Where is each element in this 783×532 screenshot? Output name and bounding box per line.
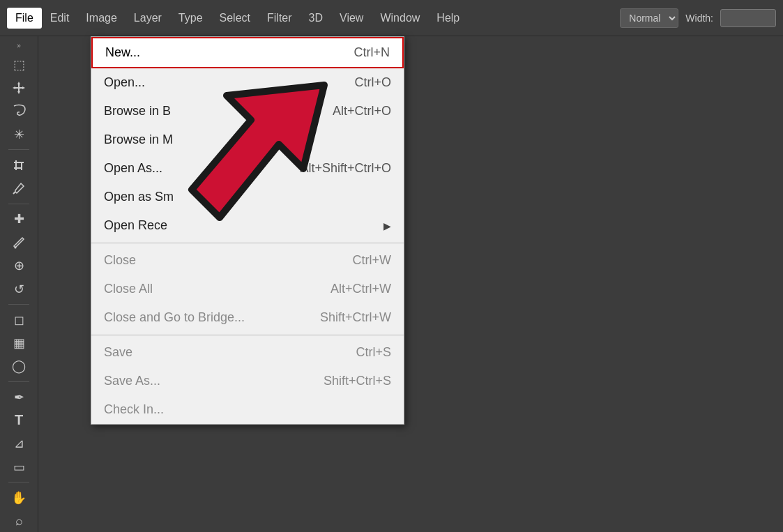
pen-tool-icon[interactable]: ✒ <box>6 386 31 408</box>
lasso-tool-icon[interactable] <box>6 100 31 122</box>
menubar: File Edit Image Layer Type Select Filter… <box>0 0 783 36</box>
toolbar-sep-3 <box>8 304 29 305</box>
mode-select[interactable]: Normal <box>620 8 678 28</box>
menu-sep-1 <box>91 243 404 243</box>
eyedropper-icon[interactable] <box>6 178 31 199</box>
menu-view[interactable]: View <box>331 8 372 29</box>
menu-window[interactable]: Window <box>372 8 428 29</box>
menu-layer[interactable]: Layer <box>126 8 170 29</box>
toolbar-sep-2 <box>8 204 29 204</box>
menu-item-browse-mini[interactable]: Browse in M <box>91 126 404 154</box>
type-tool-icon[interactable]: T <box>6 409 31 431</box>
zoom-tool-icon[interactable]: ⌕ <box>6 510 31 532</box>
crop-tool-icon[interactable] <box>6 154 31 176</box>
menu-item-open[interactable]: Open... Ctrl+O <box>91 68 404 97</box>
toolbar-sep-4 <box>8 381 29 382</box>
hand-tool-icon[interactable]: ✋ <box>6 487 31 508</box>
menu-sep-2 <box>91 335 404 335</box>
menu-3d[interactable]: 3D <box>301 8 331 29</box>
toolbar-sep-5 <box>8 482 29 482</box>
menu-item-open-recent[interactable]: Open Rece ▶ <box>91 211 404 240</box>
menu-item-new[interactable]: New... Ctrl+N <box>91 37 404 68</box>
eraser-tool-icon[interactable]: ◻ <box>6 309 31 330</box>
menu-type[interactable]: Type <box>170 8 211 29</box>
menu-item-close[interactable]: Close Ctrl+W <box>91 246 404 275</box>
menu-item-check-in[interactable]: Check In... <box>91 395 404 424</box>
menu-item-close-all[interactable]: Close All Alt+Ctrl+W <box>91 275 404 303</box>
menu-item-browse-bridge[interactable]: Browse in B Alt+Ctrl+O <box>91 97 404 126</box>
toolbar: » ⬚ ✳ <box>0 36 38 532</box>
svg-point-5 <box>15 246 17 248</box>
menu-help[interactable]: Help <box>428 8 468 29</box>
canvas-area: New... Ctrl+N Open... Ctrl+O Browse in B… <box>38 36 783 532</box>
move-tool-icon[interactable] <box>6 77 31 98</box>
menu-item-close-bridge[interactable]: Close and Go to Bridge... Shift+Ctrl+W <box>91 303 404 332</box>
path-select-icon[interactable]: ⊿ <box>6 433 31 455</box>
menu-edit[interactable]: Edit <box>42 8 78 29</box>
history-brush-icon[interactable]: ↺ <box>6 278 31 300</box>
toolbar-sep-1 <box>8 149 29 150</box>
magic-wand-icon[interactable]: ✳ <box>6 123 31 145</box>
select-tool-icon[interactable]: ⬚ <box>6 54 31 75</box>
menu-select[interactable]: Select <box>211 8 259 29</box>
menu-item-save-as[interactable]: Save As... Shift+Ctrl+S <box>91 367 404 395</box>
brush-tool-icon[interactable] <box>6 231 31 253</box>
clone-tool-icon[interactable]: ⊕ <box>6 255 31 277</box>
menu-image[interactable]: Image <box>77 8 125 29</box>
menu-item-open-as[interactable]: Open As... Alt+Shift+Ctrl+O <box>91 154 404 183</box>
file-dropdown-menu: New... Ctrl+N Open... Ctrl+O Browse in B… <box>91 36 404 425</box>
toolbar-toggle[interactable]: » <box>10 42 27 50</box>
width-input[interactable] <box>720 9 776 27</box>
svg-line-4 <box>13 192 15 194</box>
width-label: Width: <box>685 13 713 24</box>
menu-item-save[interactable]: Save Ctrl+S <box>91 338 404 367</box>
menu-file[interactable]: File <box>7 8 42 29</box>
menubar-right: Normal Width: <box>620 8 776 28</box>
gradient-tool-icon[interactable]: ▦ <box>6 332 31 354</box>
main-area: » ⬚ ✳ <box>0 36 783 532</box>
menu-filter[interactable]: Filter <box>259 8 301 29</box>
shape-tool-icon[interactable]: ▭ <box>6 456 31 478</box>
menu-item-open-smart[interactable]: Open as Sm <box>91 183 404 211</box>
healing-brush-icon[interactable]: ✚ <box>6 208 31 230</box>
dodge-tool-icon[interactable]: ◯ <box>6 356 31 377</box>
